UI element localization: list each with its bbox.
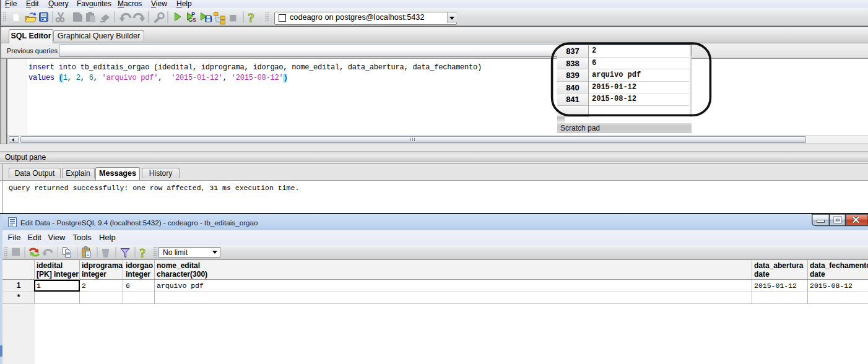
svg-text:G: G (188, 17, 193, 23)
svg-text:?: ? (248, 10, 254, 25)
svg-text:S: S (193, 17, 196, 23)
svg-text:?: ? (139, 246, 146, 260)
